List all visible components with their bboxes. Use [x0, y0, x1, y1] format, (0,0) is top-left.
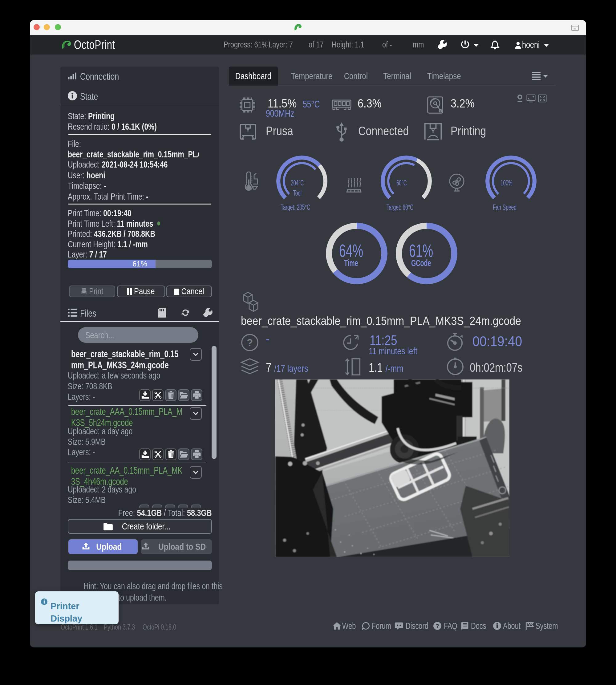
svg-text:?: ?	[436, 623, 439, 629]
svg-text:?: ?	[247, 337, 253, 348]
